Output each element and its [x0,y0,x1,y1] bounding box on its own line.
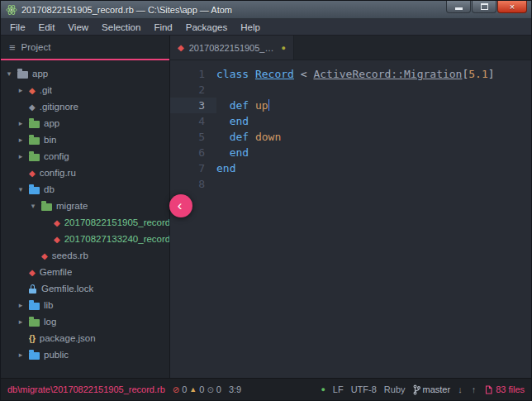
chevron-left-icon: ‹ [178,198,183,214]
tree-item-label: bin [44,135,56,145]
method-name-token: up [255,99,268,112]
close-icon: × [510,2,515,12]
menu-edit[interactable]: Edit [32,21,62,34]
tree-item-label: Gemfile.lock [41,284,93,294]
chevron-right-icon: ▸ [17,119,25,127]
code-line-1: class Record < ActiveRecord::Migration[5… [216,66,531,82]
folder-icon [29,187,40,194]
tree-item-label: 20170827133240_record1 [64,234,169,244]
line-ending-indicator[interactable]: LF [333,384,344,394]
menu-help[interactable]: Help [234,21,267,34]
ruby-gem-icon: ◆ [29,268,36,277]
code-line-6: end [216,145,531,160]
class-name-token: Record [255,68,294,80]
language-indicator[interactable]: Ruby [384,384,406,394]
keyword-token: def [216,131,255,143]
keyword-token: end [216,162,235,174]
keyword-token: class [216,68,255,80]
tree-item-package-json[interactable]: {} package.json [1,330,169,346]
chevron-right-icon: ▸ [17,351,25,359]
tree-view-toggle-handle[interactable]: ‹ [169,194,192,217]
encoding-indicator[interactable]: UTF-8 [351,384,377,394]
tree-item-lib[interactable]: ▸ lib [1,297,169,313]
code-area[interactable]: class Record < ActiveRecord::Migration[5… [216,66,531,378]
cursor-position[interactable]: 3:9 [229,384,241,394]
tree-item-app-root[interactable]: ▾ app [1,65,169,82]
tree-item-config[interactable]: ▸ config [1,148,169,165]
maximize-button[interactable] [472,1,496,13]
chevron-right-icon: ▸ [17,152,25,160]
keyword-token: def [216,99,255,112]
tree-item-git[interactable]: ▸ ◆ .git [1,82,169,98]
tree-item-label: db [44,184,55,194]
tree-list-icon: ≡ [9,41,16,54]
keyword-token: end [216,146,249,159]
warning-icon: ▲ [189,385,197,394]
git-push-indicator[interactable]: ↑ [472,384,478,394]
menu-packages[interactable]: Packages [179,21,235,34]
tree-item-label: .gitignore [40,102,78,112]
git-branch-indicator[interactable]: master [413,384,451,395]
tree-item-config-ru[interactable]: ◆ config.ru [1,165,169,181]
project-panel-tab[interactable]: ≡ Project [1,36,169,60]
close-button[interactable]: × [497,1,527,13]
tree-item-label: seeds.rb [52,251,88,260]
tree-item-gemfile-lock[interactable]: Gemfile.lock [1,280,169,297]
tree-item-log[interactable]: ▸ log [1,313,169,330]
gitignore-icon: ◆ [29,103,36,112]
status-bar: db\migrate\20170822151905_record.rb ⊘0 ▲… [1,378,531,400]
tab-record-file[interactable]: ◆ 20170822151905_record.rb ● [170,36,294,60]
bracket-token: ] [488,68,495,80]
chevron-down-icon: ▾ [29,202,37,210]
menu-find[interactable]: Find [147,21,178,34]
code-line-8 [216,176,531,192]
ruby-gem-icon: ◆ [41,251,48,260]
project-sidebar: ≡ Project ▾ app ▸ ◆ .git ◆ .gitignore [1,36,170,378]
modified-dot-icon[interactable]: ● [282,44,286,52]
menu-selection[interactable]: Selection [95,21,147,34]
tree-item-label: lib [44,300,54,310]
folder-icon [29,121,40,128]
menu-file[interactable]: File [3,21,32,34]
changed-files-indicator[interactable]: 83 files [485,384,525,394]
git-icon: ◆ [29,86,36,95]
tree-item-migrate[interactable]: ▾ migrate [1,198,169,214]
chevron-right-icon: ▸ [17,301,25,309]
number-token: 5.1 [468,68,487,80]
keyword-token: end [216,115,249,127]
line-number: 2 [170,82,216,98]
tree-item-gitignore[interactable]: ◆ .gitignore [1,98,169,115]
ruby-gem-icon: ◆ [178,43,184,52]
json-icon: {} [29,334,36,343]
title-bar: 20170822151905_record.rb — C:\Sites\app … [1,1,531,19]
folder-icon [29,137,40,145]
window-title: 20170822151905_record.rb — C:\Sites\app … [21,5,232,15]
menu-bar: File Edit View Selection Find Packages H… [1,19,531,36]
tree-item-record-2[interactable]: ◆ 20170827133240_record1 [1,231,169,247]
tree-item-db[interactable]: ▾ db [1,181,169,198]
tree-item-record-1[interactable]: ◆ 20170822151905_record.rb [1,214,169,231]
git-pull-indicator[interactable]: ↓ [458,384,464,394]
tree-item-seeds[interactable]: ◆ seeds.rb [1,247,169,264]
line-number-active: 3 [170,98,216,113]
folder-icon [29,319,40,327]
linter-status[interactable]: ⊘0 ▲0 ⊙0 [173,384,221,394]
tree-item-label: app [44,118,59,128]
atom-window: 20170822151905_record.rb — C:\Sites\app … [0,0,532,401]
line-number-gutter[interactable]: 1 2 3 4 5 6 7 8 [170,66,216,378]
minimize-button[interactable] [446,1,471,13]
tree-item-public[interactable]: ▸ public [1,346,169,363]
tree-item-label: config.ru [40,168,76,178]
tab-bar: ◆ 20170822151905_record.rb ● [170,36,531,60]
code-line-5: def down [216,129,531,145]
tree-item-gemfile[interactable]: ◆ Gemfile [1,264,169,280]
tree-item-label: 20170822151905_record.rb [64,217,169,227]
tree-item-app[interactable]: ▸ app [1,115,169,131]
code-line-3: def up [216,98,531,113]
main-area: ≡ Project ▾ app ▸ ◆ .git ◆ .gitignore [1,36,531,378]
status-file-path[interactable]: db\migrate\20170822151905_record.rb [7,384,165,394]
tree-item-bin[interactable]: ▸ bin [1,131,169,148]
tree-item-label: app [32,69,48,79]
tree-item-label: config [44,151,69,161]
menu-view[interactable]: View [61,21,95,34]
